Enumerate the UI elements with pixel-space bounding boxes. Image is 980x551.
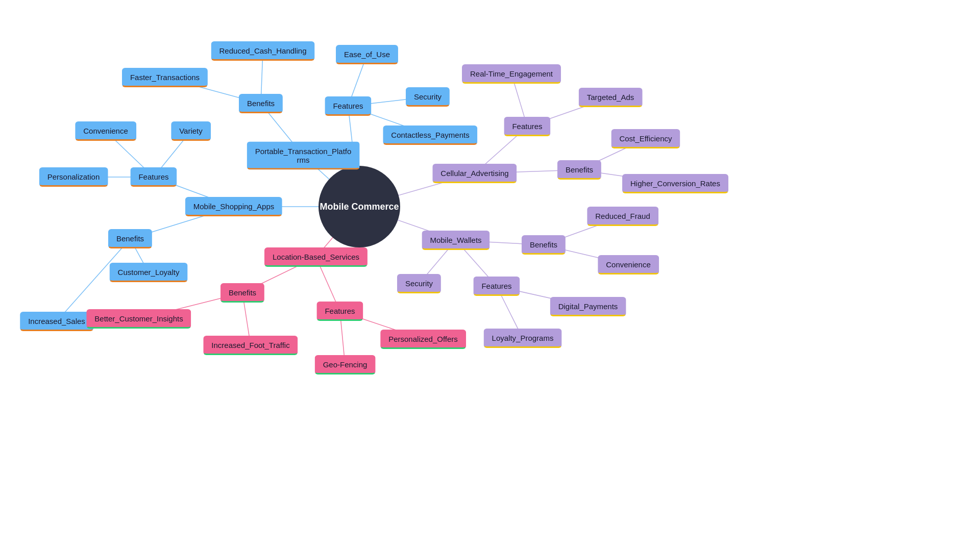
node-increased_foot[interactable]: Increased_Foot_Traffic xyxy=(203,336,298,355)
node-digital_payments[interactable]: Digital_Payments xyxy=(550,297,626,316)
node-features_blue2[interactable]: Features xyxy=(325,96,371,116)
node-geo_fencing[interactable]: Geo-Fencing xyxy=(315,355,376,374)
node-benefits_blue1[interactable]: Benefits xyxy=(239,94,283,113)
node-targeted_ads[interactable]: Targeted_Ads xyxy=(579,88,643,107)
node-cellular_advertising[interactable]: Cellular_Advertising xyxy=(432,164,517,183)
node-reduced_fraud[interactable]: Reduced_Fraud xyxy=(587,207,658,226)
node-personalized_offers[interactable]: Personalized_Offers xyxy=(380,330,466,349)
node-increased_sales[interactable]: Increased_Sales xyxy=(20,312,93,331)
node-features_purple1[interactable]: Features xyxy=(504,117,550,136)
node-location_based[interactable]: Location-Based_Services xyxy=(264,247,368,267)
node-convenience_blue[interactable]: Convenience xyxy=(75,121,136,141)
node-security_purple[interactable]: Security xyxy=(397,274,441,293)
node-security_blue[interactable]: Security xyxy=(406,87,450,107)
node-benefits_pink[interactable]: Benefits xyxy=(220,283,264,303)
node-cost_efficiency[interactable]: Cost_Efficiency xyxy=(611,129,680,148)
node-faster_transactions[interactable]: Faster_Transactions xyxy=(122,68,208,87)
node-loyalty_programs[interactable]: Loyalty_Programs xyxy=(484,329,562,348)
node-variety[interactable]: Variety xyxy=(171,121,211,141)
node-better_customer[interactable]: Better_Customer_Insights xyxy=(86,309,191,329)
node-customer_loyalty[interactable]: Customer_Loyalty xyxy=(110,263,188,282)
node-portable_transaction[interactable]: Portable_Transaction_Platfo rms xyxy=(247,142,360,170)
node-convenience_purple[interactable]: Convenience xyxy=(598,255,659,274)
mindmap-canvas: Mobile CommercePortable_Transaction_Plat… xyxy=(0,0,980,551)
node-features_purple2[interactable]: Features xyxy=(473,277,520,296)
node-benefits_purple1[interactable]: Benefits xyxy=(557,160,601,180)
node-features_pink[interactable]: Features xyxy=(316,302,363,321)
node-benefits_blue2[interactable]: Benefits xyxy=(108,229,152,248)
node-mobile_shopping[interactable]: Mobile_Shopping_Apps xyxy=(185,197,282,216)
center-node: Mobile Commerce xyxy=(318,166,400,247)
node-features_blue1[interactable]: Features xyxy=(130,167,177,187)
node-reduced_cash[interactable]: Reduced_Cash_Handling xyxy=(211,41,315,61)
node-benefits_purple2[interactable]: Benefits xyxy=(522,235,566,255)
node-mobile_wallets[interactable]: Mobile_Wallets xyxy=(422,231,489,250)
node-contactless[interactable]: Contactless_Payments xyxy=(383,126,477,145)
node-real_time[interactable]: Real-Time_Engagement xyxy=(462,64,561,84)
node-ease_of_use[interactable]: Ease_of_Use xyxy=(336,45,398,64)
node-personalization[interactable]: Personalization xyxy=(39,167,108,187)
node-higher_conversion[interactable]: Higher_Conversion_Rates xyxy=(622,174,728,193)
